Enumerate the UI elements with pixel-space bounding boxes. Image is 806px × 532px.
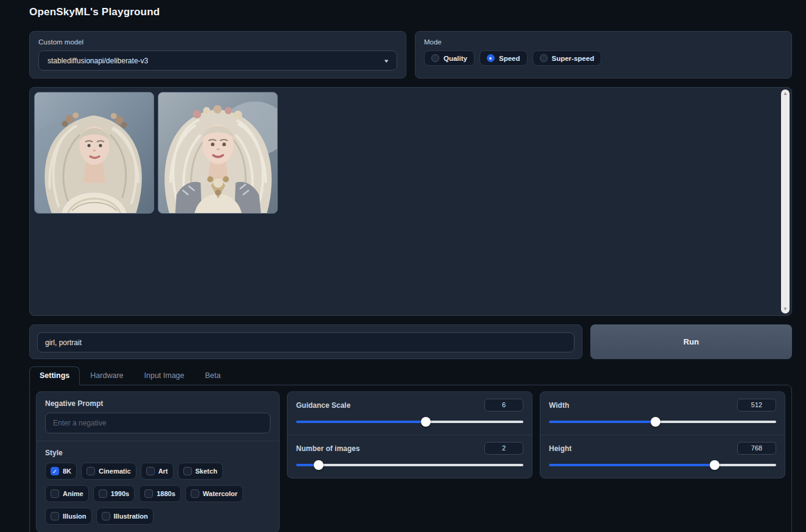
style-option-watercolor[interactable]: Watercolor bbox=[185, 485, 243, 502]
style-option-1880s[interactable]: 1880s bbox=[139, 485, 181, 502]
tab-beta[interactable]: Beta bbox=[195, 366, 232, 385]
slider-header: Width512 bbox=[549, 399, 776, 411]
prompt-row: Run bbox=[29, 324, 792, 359]
custom-model-dropdown[interactable]: stablediffusionapi/deliberate-v3 ▾ bbox=[38, 51, 397, 71]
slider-value-width[interactable]: 512 bbox=[737, 399, 776, 411]
style-option-illustration[interactable]: Illustration bbox=[96, 508, 154, 525]
tab-input-image[interactable]: Input Image bbox=[134, 366, 195, 385]
slider-value-guidance-scale[interactable]: 6 bbox=[484, 399, 523, 411]
custom-model-value: stablediffusionapi/deliberate-v3 bbox=[48, 57, 148, 65]
scroll-down-icon[interactable]: ▼ bbox=[783, 305, 788, 313]
style-option-8k[interactable]: ✓8K bbox=[45, 463, 77, 480]
style-option-label: Illusion bbox=[63, 513, 87, 520]
gallery-image-1[interactable] bbox=[34, 92, 154, 214]
style-option-illusion[interactable]: Illusion bbox=[45, 508, 92, 525]
slider-thumb[interactable] bbox=[421, 417, 431, 427]
style-option-label: Sketch bbox=[196, 467, 217, 475]
slider-track[interactable] bbox=[296, 464, 523, 466]
mode-option-label: Quality bbox=[444, 55, 467, 62]
style-option-art[interactable]: Art bbox=[141, 463, 174, 480]
checkbox-icon bbox=[99, 489, 107, 498]
custom-model-panel: Custom model stablediffusionapi/delibera… bbox=[29, 31, 406, 79]
slider-group-number-of-images: Number of images2 bbox=[288, 435, 532, 478]
slider-width[interactable] bbox=[549, 417, 776, 427]
slider-track[interactable] bbox=[549, 421, 776, 423]
checkbox-icon bbox=[191, 489, 199, 498]
slider-value-height[interactable]: 768 bbox=[737, 442, 776, 455]
slider-track[interactable] bbox=[296, 421, 523, 423]
tab-hardware[interactable]: Hardware bbox=[80, 366, 133, 385]
style-option-label: Illustration bbox=[114, 513, 148, 520]
mode-radio-group: QualitySpeedSuper-speed bbox=[424, 51, 783, 66]
slider-header: Number of images2 bbox=[296, 442, 523, 455]
portrait-1-image bbox=[35, 93, 154, 213]
slider-label-guidance-scale: Guidance Scale bbox=[296, 401, 350, 410]
style-option-label: Watercolor bbox=[203, 490, 238, 497]
slider-label-height: Height bbox=[549, 444, 571, 453]
mode-label: Mode bbox=[424, 38, 783, 46]
slider-track[interactable] bbox=[549, 464, 776, 466]
gallery-image-2[interactable] bbox=[158, 92, 278, 214]
style-option-1990s[interactable]: 1990s bbox=[93, 485, 135, 502]
tab-bar: SettingsHardwareInput ImageBeta bbox=[29, 366, 792, 385]
panel-divider bbox=[37, 441, 279, 441]
radio-icon bbox=[540, 54, 548, 62]
mode-panel: Mode QualitySpeedSuper-speed bbox=[415, 31, 792, 79]
slider-guidance-scale[interactable] bbox=[296, 417, 523, 427]
slider-thumb[interactable] bbox=[710, 460, 719, 470]
slider-group-width: Width512 bbox=[540, 392, 785, 435]
playground-app: OpenSkyML's Playground Custom model stab… bbox=[29, 0, 792, 532]
style-option-label: 8K bbox=[63, 467, 71, 475]
scroll-up-icon[interactable]: ▲ bbox=[783, 89, 788, 98]
style-option-label: 1880s bbox=[157, 490, 175, 497]
mode-option-super-speed[interactable]: Super-speed bbox=[532, 51, 602, 66]
radio-icon bbox=[431, 54, 439, 62]
slider-height[interactable] bbox=[549, 460, 776, 470]
style-option-label: 1990s bbox=[111, 490, 130, 497]
slider-thumb[interactable] bbox=[651, 417, 660, 427]
portrait-2-image bbox=[158, 93, 277, 213]
chevron-down-icon[interactable]: ▾ bbox=[385, 58, 389, 64]
style-option-anime[interactable]: Anime bbox=[45, 485, 89, 502]
gallery-thumbnails bbox=[34, 92, 787, 214]
style-option-label: Art bbox=[158, 467, 168, 475]
gallery-scrollbar[interactable]: ▲ ▼ bbox=[781, 89, 790, 313]
mode-option-speed[interactable]: Speed bbox=[479, 51, 528, 66]
checkbox-icon bbox=[51, 512, 59, 520]
slider-group-height: Height768 bbox=[540, 435, 785, 478]
slider-thumb[interactable] bbox=[314, 460, 323, 470]
radio-selected-icon bbox=[487, 54, 495, 62]
slider-label-width: Width bbox=[549, 401, 569, 410]
style-option-sketch[interactable]: Sketch bbox=[178, 463, 223, 480]
slider-header: Height768 bbox=[549, 442, 776, 455]
style-option-label: Cinematic bbox=[99, 467, 131, 475]
tab-settings[interactable]: Settings bbox=[29, 366, 80, 385]
mode-option-label: Super-speed bbox=[552, 55, 595, 62]
style-checkbox-group: ✓8KCinematicArtSketchAnime1990s1880sWate… bbox=[45, 463, 270, 525]
checkbox-icon bbox=[144, 489, 153, 498]
negative-prompt-input[interactable] bbox=[45, 413, 270, 433]
checkbox-icon bbox=[183, 467, 192, 475]
top-row: Custom model stablediffusionapi/delibera… bbox=[29, 31, 792, 79]
checkbox-icon bbox=[87, 467, 95, 475]
slider-number-of-images[interactable] bbox=[296, 460, 523, 470]
generation-sliders-panel: Guidance Scale6Number of images2 bbox=[287, 391, 532, 478]
slider-value-number-of-images[interactable]: 2 bbox=[484, 442, 523, 455]
settings-tabs: SettingsHardwareInput ImageBeta Negative… bbox=[29, 366, 792, 532]
mode-option-label: Speed bbox=[499, 55, 520, 62]
custom-model-label: Custom model bbox=[38, 38, 397, 46]
output-gallery: ▲ ▼ bbox=[29, 87, 792, 316]
style-option-label: Anime bbox=[63, 490, 83, 497]
slider-label-number-of-images: Number of images bbox=[296, 444, 360, 453]
run-button[interactable]: Run bbox=[590, 324, 792, 359]
settings-tab-content: Negative Prompt Style ✓8KCinematicArtSke… bbox=[29, 385, 792, 532]
dimension-sliders-panel: Width512Height768 bbox=[540, 391, 785, 478]
checkbox-checked-icon: ✓ bbox=[51, 467, 59, 475]
mode-option-quality[interactable]: Quality bbox=[424, 51, 475, 66]
prompt-input[interactable] bbox=[37, 332, 574, 352]
slider-group-guidance-scale: Guidance Scale6 bbox=[288, 392, 532, 435]
checkbox-icon bbox=[146, 467, 155, 475]
style-option-cinematic[interactable]: Cinematic bbox=[81, 463, 136, 480]
negative-style-panel: Negative Prompt Style ✓8KCinematicArtSke… bbox=[36, 391, 280, 532]
page-title: OpenSkyML's Playground bbox=[29, 6, 792, 18]
